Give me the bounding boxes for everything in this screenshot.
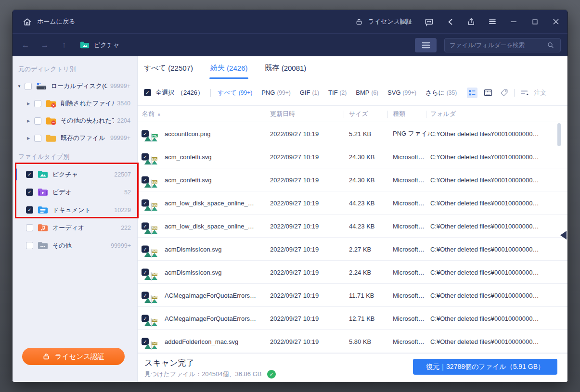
select-all-checkbox[interactable] [144, 89, 151, 96]
close-button[interactable] [551, 17, 561, 26]
table-row[interactable]: SVG acm_confetti.svg 2022/09/27 10:19 24… [138, 145, 568, 168]
tab-all[interactable]: すべて (22507) [144, 56, 193, 80]
documents-checkbox[interactable] [26, 206, 33, 214]
minimize-button[interactable] [509, 17, 518, 26]
sidebar-item-count: 222 [121, 225, 131, 231]
sort-icon[interactable] [519, 88, 530, 98]
file-folder: C:¥Other deleted files¥00010000000… [430, 130, 539, 137]
filter-type-png[interactable]: PNG(99+) [261, 89, 291, 96]
others-checkbox[interactable] [26, 242, 33, 249]
existing-files-checkbox[interactable] [34, 135, 41, 142]
file-size: 2.24 KB [349, 268, 371, 276]
file-size: 12.71 KB [349, 315, 375, 322]
other-lost-files-checkbox[interactable] [34, 117, 41, 125]
image-file-icon: SVG [151, 318, 152, 327]
table-row[interactable]: SVG ACMegaImageForQuotaErrors… 2022/09/2… [138, 307, 568, 330]
table-row[interactable]: SVG ACMegaImageForQuotaErrors… 2022/09/2… [138, 284, 568, 307]
table-row[interactable]: PNG accountIcon.png 2022/09/27 10:19 5.2… [138, 122, 568, 145]
filter-type-svg[interactable]: SVG(99+) [387, 89, 416, 96]
table-row[interactable]: SVG acm_low_disk_space_online_… 2022/09/… [138, 191, 568, 215]
documents-folder-icon [38, 205, 48, 215]
tag-icon[interactable] [499, 88, 509, 98]
filter-type-more[interactable]: さらに(35) [425, 89, 457, 97]
filter-type-tif[interactable]: TIF(2) [328, 89, 347, 96]
deleted-files-checkbox[interactable] [34, 100, 41, 107]
maximize-button[interactable] [530, 17, 540, 26]
table-row[interactable]: SVG acmDismissIcon.svg 2022/09/27 10:19 … [138, 238, 568, 261]
column-name[interactable]: 名前∧ [142, 110, 161, 118]
others-folder-icon [38, 241, 48, 250]
up-arrow-icon[interactable]: ↑ [59, 40, 69, 50]
file-type: Microsoft… [393, 268, 425, 276]
file-size: 5.21 KB [349, 130, 371, 137]
expand-arrow-icon[interactable]: ▶ [27, 101, 34, 106]
column-date[interactable]: 更新日時 [270, 110, 295, 118]
search-icon[interactable] [546, 40, 555, 50]
audio-checkbox[interactable] [26, 224, 33, 231]
column-folder[interactable]: フォルダ [430, 110, 456, 118]
forward-arrow-icon[interactable]: → [39, 40, 50, 50]
sidebar-item-audio[interactable]: オーディオ 222 [13, 219, 138, 237]
sidebar-item-videos[interactable]: ビデオ 52 [13, 183, 138, 201]
sidebar-item-local-disk-c[interactable]: ▼ ローカルディスク(C:) 99999+ [13, 77, 137, 95]
scan-list-menu-button[interactable] [415, 38, 437, 52]
sidebar-item-existing-files[interactable]: ▶ 既存のファイル 99999+ [13, 129, 137, 147]
file-name: acm_low_disk_space_online_… [165, 222, 254, 229]
local-disk-checkbox[interactable] [25, 83, 32, 90]
sidebar-item-label: ビデオ [52, 188, 121, 197]
list-view-icon[interactable] [467, 88, 477, 98]
license-activate-button[interactable]: ライセンス認証 [22, 348, 125, 365]
file-size: 24.30 KB [349, 153, 375, 160]
table-row[interactable]: SVG acmDismissIcon.svg 2022/09/27 10:19 … [138, 261, 568, 284]
scan-status-title: スキャン完了 [144, 357, 194, 368]
license-label: ライセンス認証 [368, 17, 412, 26]
file-date: 2022/09/27 10:19 [270, 338, 319, 345]
scrollbar-thumb[interactable] [557, 123, 561, 146]
file-name: ACMegaImageForQuotaErrors… [165, 315, 256, 322]
filter-type-gif[interactable]: GIF(1) [300, 89, 319, 96]
image-file-icon: SVG [151, 295, 152, 304]
export-icon[interactable] [466, 17, 476, 26]
sidebar-item-deleted-files[interactable]: ▶ 削除されたファイル 3540 [13, 95, 137, 112]
title-bar: ホームに戻る ライセンス認証 [13, 10, 568, 33]
table-row[interactable]: SVG addedFolderIcon_mac.svg 2022/09/27 1… [138, 330, 568, 353]
feedback-icon[interactable] [424, 17, 434, 26]
column-size[interactable]: サイズ [349, 110, 368, 118]
file-size: 44.23 KB [349, 199, 375, 206]
search-input[interactable] [450, 42, 546, 49]
sidebar-item-label: 既存のファイル [61, 134, 107, 142]
file-date: 2022/09/27 10:19 [270, 268, 319, 276]
select-all-label: 全選択 [155, 89, 174, 97]
collapse-arrow-icon[interactable]: ▼ [17, 84, 25, 89]
recover-button[interactable]: 復元｜32788個のファイル（5.91 GB） [413, 359, 557, 375]
sidebar-item-documents[interactable]: ドキュメント 10229 [13, 201, 138, 219]
license-auth-titlebar-button[interactable]: ライセンス認証 [354, 17, 412, 26]
table-row[interactable]: SVG acm_low_disk_space_online_… 2022/09/… [138, 215, 568, 238]
share-icon[interactable] [445, 17, 455, 26]
sidebar-item-others[interactable]: その他 99999+ [13, 237, 138, 254]
divider [514, 89, 515, 97]
sidebar-item-other-lost-files[interactable]: ▶ その他の失われたファイル 2204 [13, 112, 137, 129]
expand-arrow-icon[interactable]: ▶ [27, 119, 34, 123]
thumbnail-view-icon[interactable] [483, 88, 493, 98]
file-name: acmDismissIcon.svg [165, 268, 221, 276]
filter-type-bmp[interactable]: BMP(6) [356, 89, 378, 96]
back-to-home-button[interactable]: ホームに戻る [22, 17, 75, 26]
sidebar-item-count: 52 [124, 189, 131, 196]
expand-arrow-icon[interactable]: ▶ [27, 136, 34, 140]
order-label[interactable]: 注文 [534, 89, 546, 97]
back-arrow-icon[interactable]: ← [20, 40, 31, 50]
table-row[interactable]: SVG acm_confetti.svg 2022/09/27 10:19 24… [138, 168, 568, 191]
pictures-checkbox[interactable] [26, 171, 33, 178]
menu-icon[interactable] [488, 17, 497, 26]
tab-existing[interactable]: 既存 (20081) [265, 56, 306, 80]
image-file-icon: SVG [151, 249, 152, 258]
file-folder: C:¥Other deleted files¥00010000000… [430, 153, 539, 160]
videos-checkbox[interactable] [26, 189, 33, 196]
filter-type-all[interactable]: すべて(99+) [218, 89, 252, 97]
sidebar-item-pictures[interactable]: ピクチャ 22507 [13, 165, 138, 183]
column-type[interactable]: 種類 [393, 110, 405, 118]
image-file-icon: SVG [151, 341, 152, 350]
collapse-panel-arrow[interactable] [560, 231, 567, 240]
tab-lost[interactable]: 紛失 (2426) [210, 56, 248, 80]
